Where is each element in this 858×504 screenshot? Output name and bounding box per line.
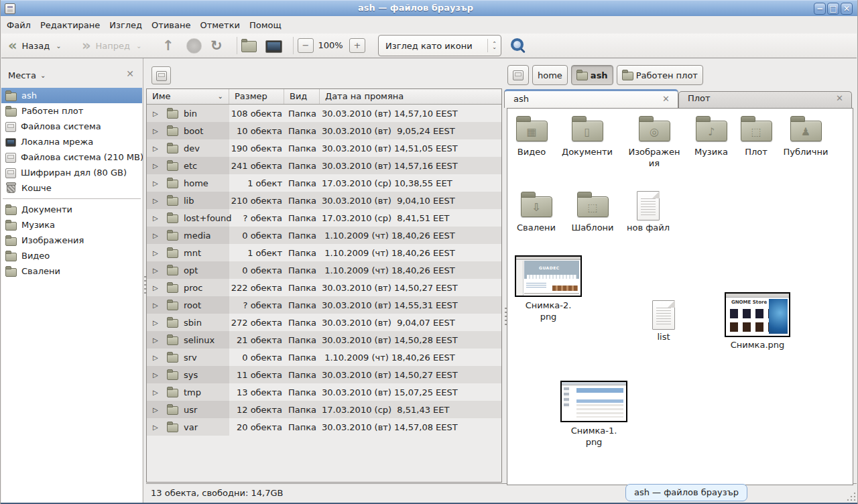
- expander-icon[interactable]: ▷: [153, 249, 162, 257]
- places-dropdown-icon[interactable]: ⌄: [40, 72, 46, 79]
- file-row[interactable]: ▷ boot 10 обекта Папка 30.03.2010 (вт) 9…: [147, 122, 501, 139]
- file-row[interactable]: ▷ etc 241 обекта Папка 30.03.2010 (вт) 1…: [147, 157, 501, 174]
- expander-icon[interactable]: ▷: [153, 284, 162, 292]
- icon-view-item[interactable]: нов файл: [615, 190, 682, 233]
- breadcrumb-button[interactable]: home: [532, 65, 568, 85]
- column-header-size[interactable]: Размер: [229, 89, 284, 104]
- home-button[interactable]: [239, 36, 259, 56]
- icon-view-item[interactable]: Снимка-1.png: [560, 381, 628, 448]
- file-row[interactable]: ▷ root ? обекта Папка 30.03.2010 (вт) 14…: [147, 296, 501, 314]
- column-header-type[interactable]: Вид: [284, 89, 320, 104]
- breadcrumb-button[interactable]: ash: [571, 65, 613, 85]
- back-button[interactable]: « Назад ⌄: [5, 36, 64, 56]
- icon-view-item[interactable]: GUADEC Снимка-2.png: [514, 255, 583, 322]
- view-mode-select[interactable]: Изглед като икони ⌃⌄: [378, 35, 501, 56]
- expander-icon[interactable]: ▷: [153, 145, 162, 152]
- expander-icon[interactable]: ▷: [153, 354, 162, 361]
- computer-button[interactable]: [263, 36, 285, 56]
- search-icon[interactable]: [511, 38, 524, 51]
- folder-icon: [167, 232, 178, 241]
- menu-item[interactable]: Изглед: [105, 17, 147, 34]
- column-header-name[interactable]: Име⌄: [147, 89, 229, 104]
- file-row[interactable]: ▷ opt 0 обекта Папка 1.10.2009 (чт) 18,4…: [147, 261, 501, 279]
- file-row[interactable]: ▷ home 1 обект Папка 17.03.2010 (ср) 10,…: [147, 174, 501, 192]
- file-row[interactable]: ▷ dev 190 обекта Папка 30.03.2010 (вт) 1…: [147, 139, 501, 157]
- places-item[interactable]: ash: [1, 88, 142, 103]
- file-row[interactable]: ▷ lost+found ? обекта Папка 17.03.2010 (…: [147, 209, 501, 227]
- places-item[interactable]: Файлова система (210 MB): [1, 149, 142, 165]
- icon-view-item[interactable]: list: [630, 299, 697, 342]
- places-item[interactable]: Локална мрежа: [1, 134, 142, 149]
- close-button[interactable]: ✕: [841, 3, 853, 15]
- file-row[interactable]: ▷ lib 210 обекта Папка 30.03.2010 (вт) 9…: [147, 192, 501, 209]
- file-row[interactable]: ▷ usr 12 обекта Папка 17.03.2010 (ср) 8,…: [147, 401, 501, 418]
- expander-icon[interactable]: ▷: [153, 319, 162, 326]
- expander-icon[interactable]: ▷: [153, 197, 162, 204]
- menu-item[interactable]: Отиване: [147, 17, 195, 34]
- resize-grip-icon[interactable]: [845, 491, 857, 502]
- expander-icon[interactable]: ▷: [153, 232, 162, 239]
- file-row[interactable]: ▷ selinux 21 обекта Папка 30.03.2010 (вт…: [147, 331, 501, 349]
- expander-icon[interactable]: ▷: [153, 406, 162, 414]
- folder-icon: [167, 267, 178, 275]
- places-item[interactable]: Изображения: [1, 233, 142, 248]
- expander-icon[interactable]: ▷: [153, 214, 162, 222]
- file-row[interactable]: ▷ srv 0 обекта Папка 1.10.2009 (чт) 18,4…: [147, 349, 501, 366]
- expander-icon[interactable]: ▷: [153, 389, 162, 396]
- computer-icon: [265, 40, 282, 53]
- expander-icon[interactable]: ▷: [153, 110, 162, 117]
- file-row[interactable]: ▷ sbin 272 обекта Папка 30.03.2010 (вт) …: [147, 314, 501, 331]
- expander-icon[interactable]: ▷: [153, 180, 162, 187]
- expander-icon[interactable]: ▷: [153, 127, 162, 135]
- menu-item[interactable]: Помощ: [245, 17, 286, 34]
- tab-close-icon[interactable]: ✕: [836, 93, 843, 103]
- tab-plot[interactable]: Плот ✕: [678, 91, 852, 108]
- expander-icon[interactable]: ▷: [153, 371, 162, 379]
- tab-close-icon[interactable]: ✕: [662, 94, 670, 104]
- menu-item[interactable]: Редактиране: [36, 17, 105, 34]
- expander-icon[interactable]: ▷: [153, 267, 162, 274]
- file-row[interactable]: ▷ proc 222 обекта Папка 30.03.2010 (вт) …: [147, 279, 501, 296]
- minimize-button[interactable]: −: [814, 3, 826, 15]
- zoom-in-button[interactable]: +: [349, 38, 365, 53]
- places-item[interactable]: Файлова система: [1, 119, 142, 134]
- breadcrumb-button[interactable]: [507, 65, 529, 85]
- breadcrumb-button[interactable]: Работен плот: [617, 65, 703, 85]
- file-row[interactable]: ▷ media 0 обекта Папка 1.10.2009 (чт) 18…: [147, 227, 501, 244]
- expander-icon[interactable]: ▷: [153, 302, 162, 309]
- places-item[interactable]: Шифриран дял (80 GB): [1, 165, 142, 180]
- forward-icon: »: [82, 36, 91, 55]
- left-pane-location-button[interactable]: [151, 66, 171, 84]
- icon-view-item[interactable]: ♟ Публични: [772, 114, 839, 158]
- menu-item[interactable]: Отметки: [195, 17, 244, 34]
- places-close-icon[interactable]: ✕: [126, 68, 134, 79]
- expander-icon[interactable]: ▷: [153, 424, 162, 431]
- file-row[interactable]: ▷ var 20 обекта Папка 30.03.2010 (вт) 14…: [147, 418, 501, 436]
- item-icon: ⬚: [741, 121, 772, 141]
- places-item[interactable]: Кошче: [1, 180, 142, 196]
- icon-view-item[interactable]: GNOME Store Снимка.png: [723, 292, 792, 351]
- back-icon: «: [8, 36, 17, 55]
- file-row[interactable]: ▷ sys 11 обекта Папка 30.03.2010 (вт) 14…: [147, 366, 501, 383]
- tab-ash[interactable]: ash ✕: [504, 89, 678, 108]
- places-item[interactable]: Документи: [1, 202, 142, 217]
- list-header: Име⌄ Размер Вид Дата на промяна: [147, 89, 501, 105]
- places-item[interactable]: Музика: [1, 217, 142, 233]
- forward-button[interactable]: » Напред ⌄: [79, 36, 144, 56]
- file-row[interactable]: ▷ tmp 13 обекта Папка 30.03.2010 (вт) 15…: [147, 383, 501, 401]
- expander-icon[interactable]: ▷: [153, 336, 162, 344]
- icon-view-item[interactable]: ▯ Документи: [554, 114, 621, 158]
- column-header-date[interactable]: Дата на промяна: [320, 89, 501, 104]
- file-row[interactable]: ▷ mnt 1 обект Папка 1.10.2009 (чт) 18,40…: [147, 244, 501, 261]
- menu-item[interactable]: Файл: [2, 17, 36, 34]
- expander-icon[interactable]: ▷: [153, 162, 162, 170]
- up-button[interactable]: ↑: [160, 36, 177, 56]
- reload-button[interactable]: ↻: [208, 36, 225, 56]
- places-item[interactable]: Работен плот: [1, 103, 142, 119]
- maximize-button[interactable]: □: [827, 3, 839, 15]
- back-dropdown-icon[interactable]: ⌄: [56, 42, 61, 50]
- places-selector[interactable]: Места: [1, 70, 36, 80]
- places-item[interactable]: Видео: [1, 248, 142, 263]
- places-item[interactable]: Свалени: [1, 263, 142, 279]
- file-row[interactable]: ▷ bin 108 обекта Папка 30.03.2010 (вт) 1…: [147, 105, 501, 122]
